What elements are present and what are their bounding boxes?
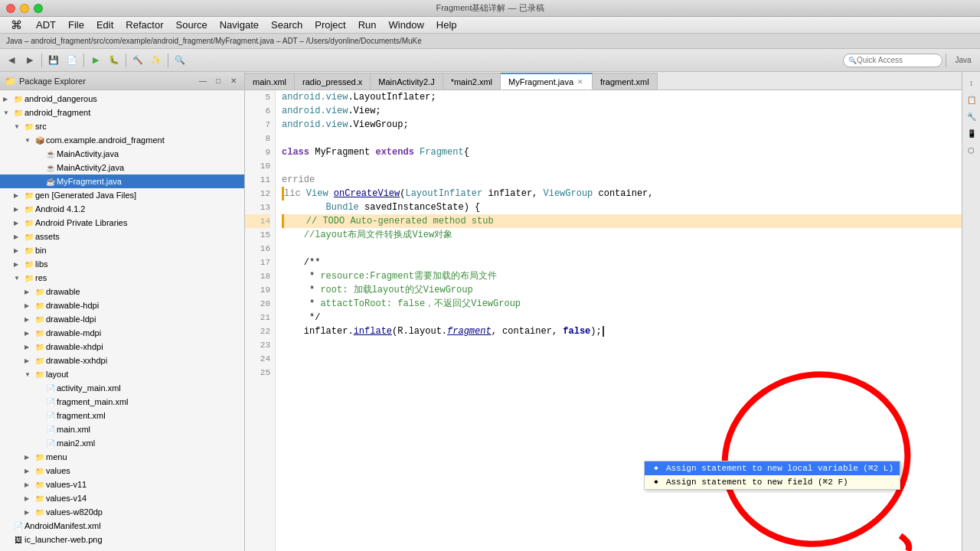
tree-item[interactable]: 📄 AndroidManifest.xml [0, 519, 244, 533]
tab-label: *main2.xml [451, 77, 492, 86]
main-content: 📁 Package Explorer — □ ✕ ▶ 📁 android_dan… [0, 72, 980, 551]
tab-label: MainActivity2.J [378, 77, 434, 86]
menu-bar: ⌘ ADT File Edit Refactor Source Navigate… [0, 17, 980, 34]
menu-search[interactable]: Search [265, 17, 309, 34]
tree-arrow: ▼ [24, 137, 34, 144]
tree-item[interactable]: ▶ 📁 values [0, 464, 244, 478]
autocomplete-label-1: Assign statement to new local variable (… [666, 461, 893, 475]
side-btn-3[interactable]: 🔧 [964, 109, 979, 124]
toolbar-back[interactable]: ◀ [3, 52, 20, 69]
tree-item[interactable]: ▶ 📁 libs [0, 257, 244, 271]
maximize-panel-btn[interactable]: □ [212, 75, 224, 87]
tree-label: src [35, 122, 47, 131]
toolbar-build[interactable]: 🔨 [129, 52, 146, 69]
side-btn-4[interactable]: 📱 [964, 126, 979, 141]
tree-item[interactable]: ▶ 📁 values-w820dp [0, 505, 244, 519]
tree-item[interactable]: 📄 fragment.xml [0, 409, 244, 422]
editor-tab[interactable]: fragment.xml [593, 73, 658, 90]
maximize-button[interactable] [34, 4, 43, 13]
toolbar-save[interactable]: 💾 [45, 52, 62, 69]
editor-tab[interactable]: radio_pressed.x [295, 73, 371, 90]
menu-window[interactable]: Window [383, 17, 430, 34]
tree-item[interactable]: ▶ 📁 gen [Generated Java Files] [0, 188, 244, 202]
tree-item[interactable]: ▼ 📦 com.example.android_fragment [0, 133, 244, 147]
tree-item[interactable]: ☕ MyFragment.java [0, 174, 244, 188]
quick-access-input[interactable] [857, 56, 937, 64]
code-line: */ [282, 311, 962, 324]
quick-access-bar[interactable]: 🔍 [843, 54, 942, 67]
side-btn-1[interactable]: ↕ [964, 75, 979, 90]
tree-item[interactable]: 📄 fragment_main.xml [0, 395, 244, 409]
tree-item[interactable]: ▶ 📁 Android 4.1.2 [0, 202, 244, 216]
minimize-panel-btn[interactable]: — [197, 75, 209, 87]
tree-icon: 📁 [34, 327, 46, 339]
tree-item[interactable]: ▶ 📁 values-v11 [0, 478, 244, 491]
tree-icon: 📦 [34, 134, 46, 146]
minimize-button[interactable] [20, 4, 29, 13]
menu-refactor[interactable]: Refactor [119, 17, 169, 34]
perspective-java[interactable]: Java [949, 52, 977, 69]
tree-item[interactable]: ▼ 📁 res [0, 271, 244, 285]
autocomplete-item-1[interactable]: ◆ Assign statement to new local variable… [645, 461, 900, 475]
tree-item[interactable]: ▶ 📁 drawable [0, 285, 244, 298]
toolbar-debug[interactable]: 🐛 [106, 52, 122, 69]
separator-1 [41, 54, 42, 67]
tab-close-btn[interactable]: ✕ [577, 78, 584, 86]
tree-label: ic_launcher-web.png [24, 535, 103, 544]
tree-label: Android Private Libraries [35, 218, 127, 227]
tree-item[interactable]: ▼ 📁 layout [0, 367, 244, 381]
apple-menu[interactable]: ⌘ [3, 17, 30, 34]
toolbar-new[interactable]: 📄 [64, 52, 80, 69]
tree-label: drawable-mdpi [46, 328, 101, 337]
tree-item[interactable]: ☕ MainActivity.java [0, 147, 244, 161]
tree-item[interactable]: ▼ 📁 src [0, 119, 244, 133]
menu-file[interactable]: File [62, 17, 90, 34]
tree-label: assets [35, 232, 60, 241]
tab-label: fragment.xml [600, 77, 649, 86]
tree-item[interactable]: ☕ MainActivity2.java [0, 161, 244, 174]
editor-tab[interactable]: MyFragment.java✕ [501, 73, 593, 90]
menu-project[interactable]: Project [309, 17, 351, 34]
tree-label: main.xml [57, 425, 90, 434]
toolbar-search[interactable]: 🔍 [172, 52, 188, 69]
tree-item[interactable]: 📄 main2.xml [0, 436, 244, 450]
close-panel-btn[interactable]: ✕ [227, 75, 240, 87]
tree-item[interactable]: 🖼 ic_launcher-web.png [0, 533, 244, 546]
tree-item[interactable]: ▶ 📁 drawable-ldpi [0, 312, 244, 326]
side-btn-5[interactable]: ⬡ [964, 142, 979, 158]
menu-edit[interactable]: Edit [90, 17, 119, 34]
tree-item[interactable]: ▶ 📁 Android Private Libraries [0, 216, 244, 230]
tree-item[interactable]: ▶ 📁 values-v14 [0, 491, 244, 505]
tree-arrow: ▶ [24, 344, 34, 350]
line-number: 12 [245, 187, 270, 201]
menu-help[interactable]: Help [430, 17, 463, 34]
tree-item[interactable]: ▶ 📁 menu [0, 450, 244, 464]
menu-source[interactable]: Source [170, 17, 214, 34]
tree-item[interactable]: ▶ 📁 bin [0, 243, 244, 257]
tree-item[interactable]: ▼ 📁 android_fragment [0, 106, 244, 119]
close-button[interactable] [6, 4, 15, 13]
autocomplete-item-2[interactable]: ◆ Assign statement to new field (⌘2 F) [645, 475, 900, 489]
tree-item[interactable]: ▶ 📁 drawable-hdpi [0, 298, 244, 312]
menu-navigate[interactable]: Navigate [214, 17, 265, 34]
side-btn-2[interactable]: 📋 [964, 92, 979, 107]
tree-item[interactable]: ▶ 📁 android_dangerous [0, 92, 244, 106]
tree-arrow: ▶ [14, 247, 23, 254]
toolbar-run[interactable]: ▶ [87, 52, 104, 69]
editor-panel: main.xmlradio_pressed.xMainActivity2.J*m… [245, 72, 962, 551]
menu-adt[interactable]: ADT [30, 17, 62, 34]
toolbar-forward[interactable]: ▶ [21, 52, 38, 69]
toolbar-clean[interactable]: ✨ [148, 52, 165, 69]
tree-item[interactable]: ▶ 📁 drawable-xxhdpi [0, 354, 244, 367]
tree-item[interactable]: ▶ 📁 drawable-mdpi [0, 326, 244, 340]
editor-tab[interactable]: main.xml [245, 73, 295, 90]
menu-run[interactable]: Run [352, 17, 383, 34]
editor-tab[interactable]: MainActivity2.J [371, 73, 443, 90]
editor-tab[interactable]: *main2.xml [443, 73, 501, 90]
line-number: 14 [245, 214, 270, 228]
code-editor[interactable]: 5678910111213141516171819202122232425 an… [245, 90, 962, 551]
tree-item[interactable]: 📄 activity_main.xml [0, 381, 244, 395]
tree-item[interactable]: ▶ 📁 assets [0, 230, 244, 243]
tree-item[interactable]: 📄 main.xml [0, 422, 244, 436]
tree-item[interactable]: ▶ 📁 drawable-xhdpi [0, 340, 244, 354]
